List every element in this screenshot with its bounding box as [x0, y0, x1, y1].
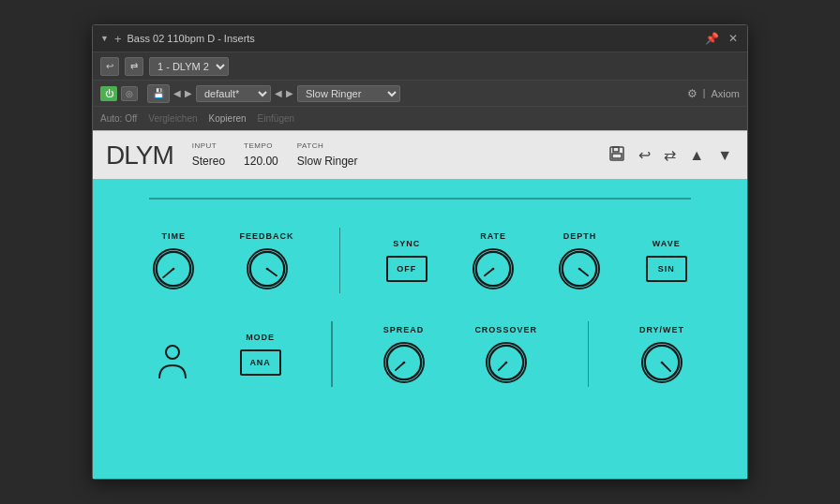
sync-toggle[interactable]: OFF: [386, 256, 428, 282]
patch-label: PATCH: [297, 141, 358, 150]
title-bar-left: ▼ + Bass 02 110bpm D - Inserts: [100, 32, 255, 46]
routing-button[interactable]: ⇄: [125, 57, 143, 76]
preset-select[interactable]: default*: [196, 85, 271, 102]
wave-toggle[interactable]: SIN: [646, 256, 687, 282]
mode-group: MODE ANA: [240, 333, 281, 376]
tempo-value: 120.00: [244, 155, 278, 168]
toolbar2-right: ⚙ | Axiom: [687, 87, 740, 100]
patch-prev-button[interactable]: ◀: [275, 88, 282, 98]
title-bar-right: 📌 ✕: [703, 32, 740, 45]
track-select[interactable]: 1 - DLYM 2: [149, 57, 229, 76]
feedback-group: FEEDBACK: [240, 231, 294, 289]
input-value: Stereo: [192, 155, 225, 168]
toolbar3: Auto: Off Vergleichen Kopieren Einfügen: [93, 106, 747, 130]
wave-label: WAVE: [652, 239, 681, 248]
person-icon: [156, 345, 189, 380]
undo-button[interactable]: ↩: [100, 57, 119, 76]
svg-point-11: [492, 268, 495, 271]
svg-point-21: [504, 362, 507, 364]
svg-point-24: [661, 362, 664, 364]
save-preset-icon[interactable]: 💾: [147, 84, 170, 103]
next-patch-button[interactable]: ▼: [715, 145, 734, 166]
crossover-knob[interactable]: [486, 342, 527, 383]
time-knob[interactable]: [153, 248, 194, 289]
mode-person-group: MODE: [156, 328, 189, 380]
save-button[interactable]: [607, 143, 627, 168]
plus-icon[interactable]: +: [114, 32, 122, 46]
sync-label: SYNC: [393, 239, 420, 248]
plugin-window: ▼ + Bass 02 110bpm D - Inserts 📌 ✕ ↩ ⇄ 1…: [92, 24, 748, 480]
top-divider: [149, 198, 691, 200]
plugin-controls: ↩ ⇄ ▲ ▼: [607, 143, 734, 168]
mode-toggle[interactable]: ANA: [240, 349, 281, 376]
patch-next-button[interactable]: ▶: [286, 88, 293, 98]
knob-row-1: TIME FEEDBACK: [121, 228, 719, 293]
drywet-knob[interactable]: [641, 342, 682, 383]
wave-group: WAVE SIN: [646, 239, 687, 282]
save-icon: [608, 145, 625, 162]
undo-ctrl-button[interactable]: ↩: [637, 144, 652, 166]
settings-icon[interactable]: ⚙: [687, 87, 698, 100]
rate-group: RATE: [472, 231, 514, 289]
patch-name-select[interactable]: Slow Ringer: [297, 85, 400, 102]
crossover-group: CROSSOVER: [474, 325, 537, 383]
random-button[interactable]: ⇄: [662, 144, 678, 166]
compare-button[interactable]: Vergleichen: [148, 113, 197, 124]
copy-button[interactable]: Kopieren: [209, 113, 247, 124]
plugin-info: INPUT Stereo TEMPO 120.00 PATCH Slow Rin…: [192, 141, 608, 169]
rate-label: RATE: [480, 231, 506, 241]
preset-bar: 💾 ◀ ▶ default*: [147, 84, 271, 103]
input-group: INPUT Stereo: [192, 141, 225, 169]
crossover-label: CROSSOVER: [474, 325, 537, 334]
paste-button[interactable]: Einfügen: [258, 113, 294, 124]
svg-point-15: [166, 346, 179, 359]
preset-prev-button[interactable]: ◀: [173, 88, 181, 98]
pin-button[interactable]: 📌: [703, 32, 721, 45]
svg-rect-2: [612, 154, 622, 158]
spread-group: SPREAD: [383, 325, 425, 383]
separator: |: [703, 88, 706, 98]
svg-rect-1: [613, 147, 619, 152]
svg-point-5: [172, 268, 175, 271]
toolbar2: ⏻ ◎ 💾 ◀ ▶ default* ◀ ▶ Slow Ringer ⚙ | A…: [93, 80, 747, 106]
depth-label: DEPTH: [563, 231, 597, 241]
title-bar: ▼ + Bass 02 110bpm D - Inserts 📌 ✕: [93, 25, 747, 52]
auto-off-label: Auto: Off: [100, 113, 137, 124]
plugin-header: DLYM INPUT Stereo TEMPO 120.00 PATCH Slo…: [93, 130, 747, 179]
divider-1: [339, 228, 341, 293]
svg-point-8: [265, 268, 268, 271]
spread-knob[interactable]: [383, 342, 425, 383]
close-button[interactable]: ✕: [727, 32, 740, 45]
axiom-label: Axiom: [711, 88, 740, 99]
svg-point-14: [578, 268, 581, 271]
feedback-label: FEEDBACK: [240, 231, 294, 241]
knob-row-2: MODE MODE ANA SPREAD: [121, 321, 719, 387]
depth-group: DEPTH: [559, 231, 600, 289]
divider-3: [588, 321, 590, 387]
patch-value: Slow Ringer: [297, 155, 358, 168]
spread-label: SPREAD: [383, 325, 425, 334]
prev-patch-button[interactable]: ▲: [687, 145, 706, 166]
power-button[interactable]: ⏻: [100, 86, 117, 101]
window-title: Bass 02 110bpm D - Inserts: [128, 33, 255, 44]
drywet-group: DRY/WET: [639, 325, 684, 383]
mode-label: MODE: [246, 333, 275, 342]
divider-2: [331, 321, 333, 387]
depth-knob[interactable]: [559, 248, 600, 289]
tempo-group: TEMPO 120.00: [244, 141, 278, 169]
monitor-button[interactable]: ◎: [121, 86, 138, 101]
time-label: TIME: [161, 231, 186, 241]
toolbar1: ↩ ⇄ 1 - DLYM 2: [93, 52, 747, 80]
dropdown-icon[interactable]: ▼: [100, 34, 109, 43]
preset-next-button[interactable]: ▶: [185, 88, 192, 98]
dlym-logo: DLYM: [106, 141, 173, 170]
svg-point-18: [402, 362, 405, 364]
patch-group: PATCH Slow Ringer: [297, 141, 358, 169]
time-group: TIME: [153, 231, 194, 289]
feedback-knob[interactable]: [247, 248, 288, 289]
tempo-label: TEMPO: [244, 141, 278, 150]
drywet-label: DRY/WET: [639, 325, 684, 334]
sync-group: SYNC OFF: [386, 239, 428, 282]
rate-knob[interactable]: [472, 248, 514, 289]
input-label: INPUT: [192, 141, 225, 150]
